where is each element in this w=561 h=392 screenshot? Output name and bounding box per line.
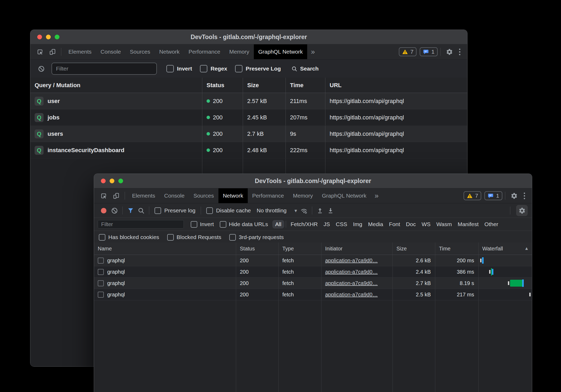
header-url[interactable]: URL <box>325 78 467 93</box>
type-chip-media[interactable]: Media <box>365 220 386 228</box>
row-checkbox[interactable] <box>98 269 104 275</box>
kebab-menu-icon[interactable] <box>455 49 464 55</box>
type-chip-fetch-xhr[interactable]: Fetch/XHR <box>288 220 321 228</box>
type-chip-font[interactable]: Font <box>386 220 403 228</box>
table-row[interactable]: graphql 200 fetch application-a7ca9d0… 2… <box>94 266 532 278</box>
filter-input[interactable] <box>98 220 184 228</box>
initiator-link[interactable]: application-a7ca9d0… <box>325 269 378 275</box>
minimize-button[interactable] <box>46 35 51 39</box>
preserve-log-checkbox[interactable]: Preserve Log <box>235 65 281 72</box>
clear-network-log-icon[interactable] <box>109 205 120 216</box>
type-chip-doc[interactable]: Doc <box>403 220 419 228</box>
row-checkbox[interactable] <box>98 292 104 298</box>
initiator-link[interactable]: application-a7ca9d0… <box>325 258 378 264</box>
table-row[interactable]: Q users 200 2.7 kB 9s https://gitlab.com… <box>30 126 467 142</box>
type-chip-other[interactable]: Other <box>481 220 501 228</box>
close-button[interactable] <box>37 35 42 39</box>
warnings-badge[interactable]: 7 <box>399 47 417 56</box>
tab-sources[interactable]: Sources <box>189 188 218 203</box>
inspect-element-icon[interactable] <box>34 46 46 57</box>
settings-gear-icon[interactable] <box>443 46 455 57</box>
preserve-log-checkbox[interactable]: Preserve log <box>155 207 195 214</box>
checkbox[interactable] <box>99 234 105 241</box>
header-size[interactable]: Size <box>393 242 435 255</box>
table-row[interactable]: graphql 200 fetch application-a7ca9d0… 2… <box>94 289 532 300</box>
table-row[interactable]: graphql 200 fetch application-a7ca9d0… 2… <box>94 278 532 289</box>
checkbox[interactable] <box>206 207 213 214</box>
checkbox[interactable] <box>220 221 226 228</box>
device-toolbar-icon[interactable] <box>46 46 58 57</box>
filter-funnel-icon[interactable] <box>125 205 136 216</box>
type-chip-img[interactable]: Img <box>350 220 365 228</box>
checkbox[interactable] <box>229 234 236 241</box>
tab-graphql-network[interactable]: GraphQL Network <box>317 188 371 203</box>
checkbox[interactable] <box>167 234 174 241</box>
zoom-button[interactable] <box>55 35 59 39</box>
blocked-requests-checkbox[interactable]: Blocked Requests <box>167 234 221 241</box>
invert-checkbox[interactable]: Invert <box>166 65 192 72</box>
close-button[interactable] <box>101 179 106 183</box>
checkbox[interactable] <box>155 207 161 214</box>
network-conditions-icon[interactable] <box>299 205 309 216</box>
zoom-button[interactable] <box>118 179 123 183</box>
table-row[interactable]: Q jobs 200 2.45 kB 207ms https://gitlab.… <box>30 109 467 126</box>
more-tabs-chevron-icon[interactable]: » <box>307 48 319 56</box>
third-party-requests-checkbox[interactable]: 3rd-party requests <box>229 234 284 241</box>
tab-memory[interactable]: Memory <box>225 44 254 59</box>
checkbox[interactable] <box>191 221 197 228</box>
type-chip-js[interactable]: JS <box>321 220 333 228</box>
header-status[interactable]: Status <box>202 78 243 93</box>
tab-memory[interactable]: Memory <box>288 188 317 203</box>
tab-elements[interactable]: Elements <box>128 188 160 203</box>
device-toolbar-icon[interactable] <box>110 190 122 201</box>
header-time[interactable]: Time <box>435 242 479 255</box>
hide-data-urls-checkbox[interactable]: Hide data URLs <box>220 221 268 228</box>
checkbox[interactable] <box>235 65 242 72</box>
table-row[interactable]: Q user 200 2.57 kB 211ms https://gitlab.… <box>30 93 467 109</box>
settings-gear-icon[interactable] <box>508 190 520 201</box>
checkbox[interactable] <box>166 65 174 72</box>
messages-badge[interactable]: 1 <box>420 47 438 56</box>
header-size[interactable]: Size <box>243 78 286 93</box>
row-checkbox[interactable] <box>98 258 104 264</box>
tab-network[interactable]: Network <box>155 44 184 59</box>
warnings-badge[interactable]: 7 <box>464 191 481 200</box>
inspect-element-icon[interactable] <box>98 190 110 201</box>
minimize-button[interactable] <box>110 179 114 183</box>
more-tabs-chevron-icon[interactable]: » <box>371 192 382 200</box>
network-settings-button[interactable] <box>516 205 528 216</box>
type-chip-wasm[interactable]: Wasm <box>433 220 455 228</box>
row-checkbox[interactable] <box>98 280 104 286</box>
search-icon[interactable] <box>136 205 146 216</box>
initiator-link[interactable]: application-a7ca9d0… <box>325 292 378 298</box>
type-chip-manifest[interactable]: Manifest <box>455 220 481 228</box>
invert-checkbox[interactable]: Invert <box>191 221 214 228</box>
type-chip-css[interactable]: CSS <box>333 220 350 228</box>
header-type[interactable]: Type <box>279 242 321 255</box>
header-query-mutation[interactable]: Query / Mutation <box>30 78 202 93</box>
type-chip-ws[interactable]: WS <box>419 220 433 228</box>
kebab-menu-icon[interactable] <box>520 193 529 199</box>
disable-cache-checkbox[interactable]: Disable cache <box>206 207 251 214</box>
filter-input[interactable] <box>52 63 157 75</box>
tab-network[interactable]: Network <box>218 188 248 203</box>
import-har-icon[interactable] <box>315 205 325 216</box>
header-status[interactable]: Status <box>236 242 279 255</box>
header-initiator[interactable]: Initiator <box>321 242 393 255</box>
type-chip-all[interactable]: All <box>272 220 284 228</box>
record-button[interactable] <box>101 208 106 213</box>
table-row[interactable]: Q instanceSecurityDashboard 200 2.48 kB … <box>30 142 467 158</box>
initiator-link[interactable]: application-a7ca9d0… <box>325 280 378 286</box>
tab-elements[interactable]: Elements <box>64 44 96 59</box>
regex-checkbox[interactable]: Regex <box>200 65 227 72</box>
tab-sources[interactable]: Sources <box>125 44 155 59</box>
header-name[interactable]: Name <box>94 242 236 255</box>
tab-console[interactable]: Console <box>160 188 189 203</box>
messages-badge[interactable]: 1 <box>484 191 502 200</box>
table-row[interactable]: graphql 200 fetch application-a7ca9d0… 2… <box>94 255 532 266</box>
checkbox[interactable] <box>200 65 207 72</box>
export-har-icon[interactable] <box>325 205 336 216</box>
throttling-dropdown[interactable]: No throttling ▾ <box>257 207 297 214</box>
clear-icon[interactable] <box>35 63 47 74</box>
tab-performance[interactable]: Performance <box>248 188 288 203</box>
